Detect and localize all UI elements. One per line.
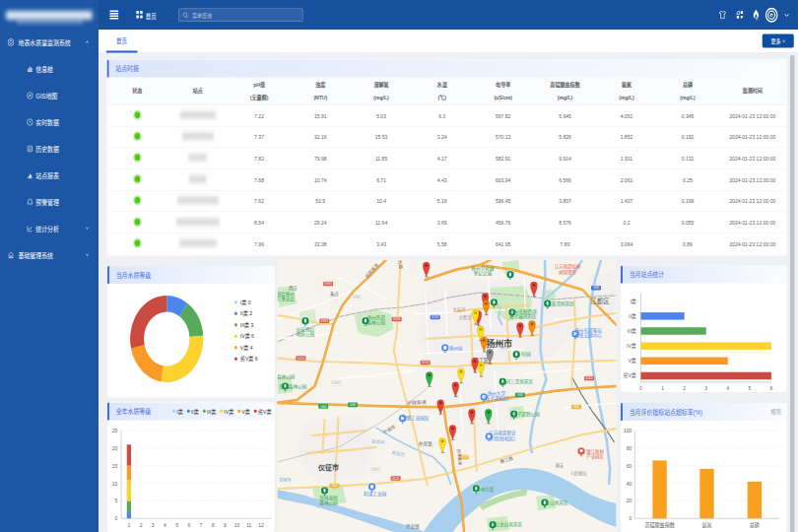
svg-text:12: 12 xyxy=(258,521,264,527)
svg-text:S125: S125 xyxy=(392,477,400,481)
svg-text:3: 3 xyxy=(704,385,707,391)
svg-text:60: 60 xyxy=(627,462,632,468)
svg-text:10: 10 xyxy=(234,521,240,527)
svg-text:唐子城风景区: 唐子城风景区 xyxy=(509,313,537,320)
svg-text:江都区: 江都区 xyxy=(590,298,610,305)
svg-text:扬州市: 扬州市 xyxy=(487,338,512,349)
svg-text:5: 5 xyxy=(175,521,178,527)
svg-text:G40: G40 xyxy=(517,393,523,397)
svg-text:S333: S333 xyxy=(321,319,329,323)
svg-text:胥家沟: 胥家沟 xyxy=(279,477,291,483)
svg-text:何园: 何园 xyxy=(521,352,531,359)
svg-text:III类: III类 xyxy=(628,327,637,336)
svg-text:II类: II类 xyxy=(629,311,636,320)
svg-text:3: 3 xyxy=(152,521,155,527)
svg-text:闸管理所: 闸管理所 xyxy=(559,269,576,276)
svg-text:S328: S328 xyxy=(393,317,401,321)
svg-text:S125: S125 xyxy=(298,357,305,361)
svg-text:横安: 横安 xyxy=(556,462,564,469)
svg-text:地质公园: 地质公园 xyxy=(297,331,315,338)
svg-text:梦幻之城: 梦幻之城 xyxy=(474,270,493,277)
svg-text:5: 5 xyxy=(748,385,751,391)
svg-text:S36: S36 xyxy=(573,405,579,409)
svg-text:世业镇: 世业镇 xyxy=(406,523,420,530)
svg-text:40: 40 xyxy=(627,480,632,486)
svg-text:6: 6 xyxy=(770,385,773,391)
svg-text:25: 25 xyxy=(112,428,118,433)
svg-text:15: 15 xyxy=(112,462,118,468)
svg-text:X304: X304 xyxy=(353,296,361,299)
svg-text:高锰酸盐指数: 高锰酸盐指数 xyxy=(644,520,675,529)
svg-text:S264: S264 xyxy=(585,376,593,380)
svg-text:2: 2 xyxy=(140,521,143,527)
svg-text:捺山森林公园: 捺山森林公园 xyxy=(277,373,295,380)
svg-text:扬州站: 扬州站 xyxy=(449,345,463,352)
svg-text:100: 100 xyxy=(624,428,632,433)
svg-text:镇江金山风景区: 镇江金山风景区 xyxy=(491,522,523,529)
svg-text:劣V类: 劣V类 xyxy=(623,371,636,380)
svg-text:7: 7 xyxy=(200,521,203,527)
svg-text:S237: S237 xyxy=(432,315,439,319)
svg-text:G40: G40 xyxy=(350,403,356,407)
svg-text:扬子郊野公园: 扬子郊野公园 xyxy=(512,411,540,418)
svg-text:森林公园: 森林公园 xyxy=(366,319,385,326)
svg-text:(扬子津校区): (扬子津校区) xyxy=(484,395,510,402)
svg-text:人民闸站: 人民闸站 xyxy=(570,470,587,477)
svg-text:0: 0 xyxy=(639,385,642,391)
svg-text:4: 4 xyxy=(164,521,166,527)
svg-text:6: 6 xyxy=(187,521,190,527)
svg-text:大明寺: 大明寺 xyxy=(459,314,472,321)
svg-text:2: 2 xyxy=(683,385,686,391)
svg-text:S353: S353 xyxy=(324,282,332,286)
svg-text:S243: S243 xyxy=(422,361,430,365)
svg-text:铜山森林公园: 铜山森林公园 xyxy=(280,383,307,390)
svg-text:20: 20 xyxy=(627,498,632,503)
svg-text:0: 0 xyxy=(630,515,632,521)
svg-text:仪征市: 仪征市 xyxy=(317,463,339,472)
svg-text:运河三湾风景区: 运河三湾风景区 xyxy=(501,378,534,385)
svg-text:焦山风景区: 焦山风景区 xyxy=(546,499,568,506)
svg-text:IV类: IV类 xyxy=(627,342,636,351)
svg-text:华腾工业园区: 华腾工业园区 xyxy=(402,416,430,423)
svg-text:总磷: 总磷 xyxy=(750,520,761,529)
svg-text:江苏省邵仙闸: 江苏省邵仙闸 xyxy=(555,263,580,270)
svg-text:10: 10 xyxy=(112,480,118,486)
svg-text:I类: I类 xyxy=(630,297,636,305)
svg-text:朱庄: 朱庄 xyxy=(330,291,340,298)
svg-text:S36: S36 xyxy=(332,484,338,488)
svg-text:瓜洲古渡: 瓜洲古渡 xyxy=(476,486,495,493)
svg-text:大运河: 大运河 xyxy=(452,306,465,313)
svg-text:1: 1 xyxy=(661,385,664,391)
svg-text:S28: S28 xyxy=(593,286,599,290)
svg-text:森林公园: 森林公园 xyxy=(319,499,338,506)
svg-text:学院(新校区): 学院(新校区) xyxy=(490,435,516,442)
svg-text:产业园区: 产业园区 xyxy=(586,453,604,460)
svg-text:利浦工业园: 利浦工业园 xyxy=(364,492,386,499)
svg-text:K202: K202 xyxy=(333,381,341,385)
svg-text:20: 20 xyxy=(112,444,118,450)
svg-text:西庄: 西庄 xyxy=(289,285,299,292)
svg-text:0: 0 xyxy=(115,515,118,521)
svg-text:V类: V类 xyxy=(628,357,636,366)
svg-text:茱萸湾风景区: 茱萸湾风景区 xyxy=(547,300,574,307)
svg-text:园艺博览会: 园艺博览会 xyxy=(277,296,295,302)
svg-text:氨氮: 氨氮 xyxy=(701,520,712,529)
svg-text:11: 11 xyxy=(246,521,251,527)
svg-text:1: 1 xyxy=(127,521,130,527)
svg-text:5: 5 xyxy=(115,498,118,503)
svg-text:9: 9 xyxy=(224,521,227,527)
svg-text:8: 8 xyxy=(212,521,215,527)
svg-text:枢纽交通中心: 枢纽交通中心 xyxy=(574,332,602,339)
svg-text:K202: K202 xyxy=(372,468,380,472)
svg-text:朴席镇: 朴席镇 xyxy=(419,440,432,447)
svg-text:80: 80 xyxy=(627,444,632,450)
svg-text:G40: G40 xyxy=(320,405,326,409)
svg-text:4: 4 xyxy=(726,385,729,391)
